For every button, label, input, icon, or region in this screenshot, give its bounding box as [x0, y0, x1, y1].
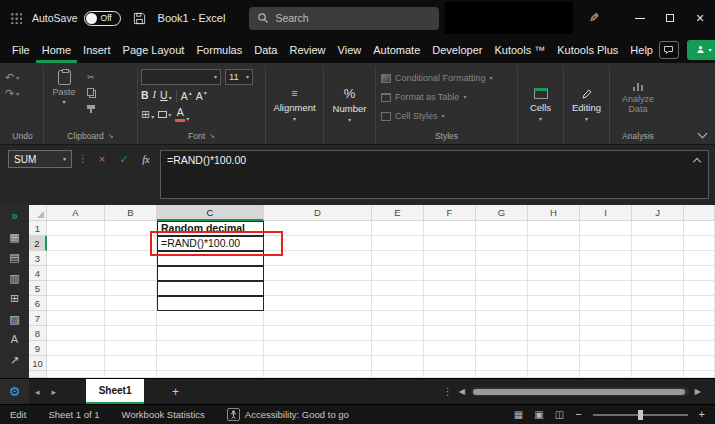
- cell-D7[interactable]: [264, 311, 372, 326]
- menu-tab-developer[interactable]: Developer: [426, 36, 488, 63]
- cell-B3[interactable]: [105, 251, 157, 266]
- row-header-1[interactable]: 1: [29, 221, 47, 236]
- format-painter-button[interactable]: [87, 102, 95, 112]
- row-header-9[interactable]: 9: [29, 341, 47, 356]
- cell-B5[interactable]: [105, 281, 157, 296]
- column-header-D[interactable]: D: [264, 205, 372, 221]
- column-header-B[interactable]: B: [105, 205, 157, 221]
- cell-F6[interactable]: [424, 296, 476, 311]
- column-header-F[interactable]: F: [424, 205, 476, 221]
- cell-E5[interactable]: [372, 281, 424, 296]
- settings-gear-icon[interactable]: ⚙: [9, 385, 21, 398]
- cell-H10[interactable]: [528, 356, 580, 371]
- cell-B9[interactable]: [105, 341, 157, 356]
- zoom-out-button[interactable]: −: [575, 409, 581, 420]
- enter-button[interactable]: ✓: [116, 150, 132, 168]
- restore-button[interactable]: [655, 0, 685, 36]
- menu-tab-data[interactable]: Data: [248, 36, 283, 63]
- row-header-partial[interactable]: [29, 371, 47, 378]
- cell-A8[interactable]: [47, 326, 105, 341]
- text-tools-icon[interactable]: A: [11, 334, 18, 345]
- number-group-button[interactable]: % Number ▾: [327, 67, 372, 143]
- menu-tab-review[interactable]: Review: [283, 36, 331, 63]
- cancel-button[interactable]: ×: [94, 150, 110, 168]
- export-icon[interactable]: ↗: [10, 355, 19, 366]
- cell-A4[interactable]: [47, 266, 105, 281]
- menu-tab-kutools-plus[interactable]: Kutools Plus: [551, 36, 624, 63]
- cell-J8[interactable]: [632, 326, 684, 341]
- menu-tab-page-layout[interactable]: Page Layout: [117, 36, 191, 63]
- dialog-launcher-icon[interactable]: ↘: [209, 132, 215, 140]
- cell-E3[interactable]: [372, 251, 424, 266]
- cell-D10[interactable]: [264, 356, 372, 371]
- cell-A[interactable]: [47, 371, 105, 378]
- next-sheet-button[interactable]: ▸: [46, 387, 63, 397]
- zoom-slider-thumb[interactable]: [638, 410, 643, 420]
- formula-bar-handle-icon[interactable]: ⋮: [78, 150, 88, 168]
- pen-icon[interactable]: ✎: [589, 11, 599, 25]
- column-header-E[interactable]: E: [372, 205, 424, 221]
- cell-C1[interactable]: Random decimal: [157, 221, 264, 236]
- cell-G3[interactable]: [476, 251, 528, 266]
- fill-color-button[interactable]: ▾: [158, 111, 171, 118]
- row-header-8[interactable]: 8: [29, 326, 47, 341]
- cell-G6[interactable]: [476, 296, 528, 311]
- cell-C9[interactable]: [157, 341, 264, 356]
- undo-button[interactable]: ↶▾: [5, 72, 40, 83]
- row-header-10[interactable]: 10: [29, 356, 47, 371]
- cell-B4[interactable]: [105, 266, 157, 281]
- cell-C5[interactable]: [157, 281, 264, 296]
- cell-J3[interactable]: [632, 251, 684, 266]
- zoom-slider[interactable]: [593, 414, 688, 416]
- formula-bar-collapse-icon[interactable]: [693, 158, 701, 166]
- column-header-partial[interactable]: [684, 205, 715, 221]
- cell-C8[interactable]: [157, 326, 264, 341]
- cell-J1[interactable]: [632, 221, 684, 236]
- format-as-table-button[interactable]: Format as Table ▾: [379, 88, 514, 106]
- cell-C7[interactable]: [157, 311, 264, 326]
- cell-A3[interactable]: [47, 251, 105, 266]
- cell-D2[interactable]: [264, 236, 372, 251]
- cell-E10[interactable]: [372, 356, 424, 371]
- cell-J[interactable]: [632, 371, 684, 378]
- cell-C6[interactable]: [157, 296, 264, 311]
- cell-F5[interactable]: [424, 281, 476, 296]
- scrollbar-thumb[interactable]: [473, 389, 685, 395]
- comments-button[interactable]: [659, 41, 679, 59]
- cell-G2[interactable]: [476, 236, 528, 251]
- cell-9[interactable]: [684, 341, 715, 356]
- new-sheet-button[interactable]: +: [172, 385, 179, 399]
- cell-A1[interactable]: [47, 221, 105, 236]
- cell-3[interactable]: [684, 251, 715, 266]
- cell-G7[interactable]: [476, 311, 528, 326]
- cell-filler[interactable]: [684, 371, 715, 378]
- cut-button[interactable]: ✂: [87, 72, 95, 82]
- cell-D9[interactable]: [264, 341, 372, 356]
- redo-button[interactable]: ↷▾: [5, 88, 40, 99]
- cell-C10[interactable]: [157, 356, 264, 371]
- menu-tab-file[interactable]: File: [6, 36, 36, 63]
- cell-E8[interactable]: [372, 326, 424, 341]
- row-header-5[interactable]: 5: [29, 281, 47, 296]
- column-header-G[interactable]: G: [476, 205, 528, 221]
- row-header-3[interactable]: 3: [29, 251, 47, 266]
- cell-E1[interactable]: [372, 221, 424, 236]
- cell-B2[interactable]: [105, 236, 157, 251]
- cell-H9[interactable]: [528, 341, 580, 356]
- horizontal-scrollbar[interactable]: [471, 387, 689, 396]
- cell-7[interactable]: [684, 311, 715, 326]
- row-header-2[interactable]: 2: [29, 236, 47, 251]
- cell-J6[interactable]: [632, 296, 684, 311]
- cell-H1[interactable]: [528, 221, 580, 236]
- cell-I4[interactable]: [580, 266, 632, 281]
- cell-E9[interactable]: [372, 341, 424, 356]
- cell-G1[interactable]: [476, 221, 528, 236]
- printer-icon[interactable]: ▥: [9, 273, 19, 284]
- menu-tab-automate[interactable]: Automate: [367, 36, 426, 63]
- cell-I8[interactable]: [580, 326, 632, 341]
- italic-button[interactable]: I: [153, 90, 157, 101]
- cell-1[interactable]: [684, 221, 715, 236]
- cell-B7[interactable]: [105, 311, 157, 326]
- scroll-right-button[interactable]: ▶: [689, 387, 707, 396]
- cell-I1[interactable]: [580, 221, 632, 236]
